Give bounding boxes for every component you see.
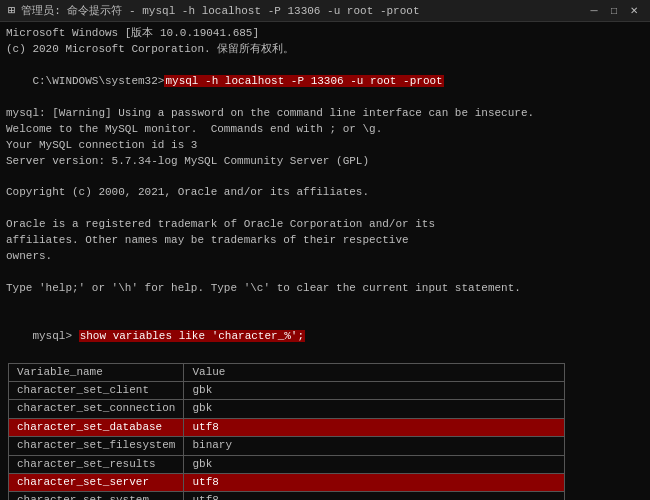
line-4: mysql: [Warning] Using a password on the… [6, 106, 644, 122]
row-value: gbk [184, 382, 564, 400]
row-value: gbk [184, 400, 564, 418]
table-row: character_set_filesystembinary [9, 437, 565, 455]
minimize-button[interactable]: ─ [586, 3, 602, 19]
title-bar-text: 管理员: 命令提示符 - mysql -h localhost -P 13306… [21, 3, 419, 18]
query1-command: show variables like 'character_%'; [79, 330, 305, 342]
line-8 [6, 169, 644, 185]
query1-col2-header: Value [184, 363, 564, 381]
row-value: binary [184, 437, 564, 455]
title-bar-controls: ─ □ ✕ [586, 3, 642, 19]
terminal-icon: ⊞ [8, 3, 15, 18]
query1-col1-header: Variable_name [9, 363, 184, 381]
query1-header-row: Variable_name Value [9, 363, 565, 381]
row-value: utf8 [184, 492, 564, 500]
table-row: character_set_systemutf8 [9, 492, 565, 500]
row-varname: character_set_client [9, 382, 184, 400]
query1-prompt-line: mysql> show variables like 'character_%'… [6, 313, 644, 361]
table-row: character_set_databaseutf8 [9, 418, 565, 436]
row-varname: character_set_filesystem [9, 437, 184, 455]
line-12: affiliates. Other names may be trademark… [6, 233, 644, 249]
line-7: Server version: 5.7.34-log MySQL Communi… [6, 154, 644, 170]
line-9: Copyright (c) 2000, 2021, Oracle and/or … [6, 185, 644, 201]
cmd-command: mysql -h localhost -P 13306 -u root -pro… [164, 75, 443, 87]
row-varname: character_set_system [9, 492, 184, 500]
table-row: character_set_serverutf8 [9, 474, 565, 492]
row-value: utf8 [184, 418, 564, 436]
line-15: Type 'help;' or '\h' for help. Type '\c'… [6, 281, 644, 297]
line-14 [6, 265, 644, 281]
line-16 [6, 297, 644, 313]
line-5: Welcome to the MySQL monitor. Commands e… [6, 122, 644, 138]
line-1: Microsoft Windows [版本 10.0.19041.685] [6, 26, 644, 42]
line-cmd: C:\WINDOWS\system32>mysql -h localhost -… [6, 58, 644, 106]
row-value: gbk [184, 455, 564, 473]
row-varname: character_set_database [9, 418, 184, 436]
line-11: Oracle is a registered trademark of Orac… [6, 217, 644, 233]
cmd-prompt: C:\WINDOWS\system32> [32, 75, 164, 87]
table-row: character_set_clientgbk [9, 382, 565, 400]
line-10 [6, 201, 644, 217]
row-varname: character_set_server [9, 474, 184, 492]
line-2: (c) 2020 Microsoft Corporation. 保留所有权利。 [6, 42, 644, 58]
title-bar-left: ⊞ 管理员: 命令提示符 - mysql -h localhost -P 133… [8, 3, 420, 18]
query1-table: Variable_name Value character_set_client… [8, 363, 565, 500]
line-6: Your MySQL connection id is 3 [6, 138, 644, 154]
mysql-prompt-1: mysql> [32, 330, 78, 342]
row-varname: character_set_connection [9, 400, 184, 418]
row-value: utf8 [184, 474, 564, 492]
terminal[interactable]: Microsoft Windows [版本 10.0.19041.685] (c… [0, 22, 650, 500]
maximize-button[interactable]: □ [606, 3, 622, 19]
close-button[interactable]: ✕ [626, 3, 642, 19]
table-row: character_set_connectiongbk [9, 400, 565, 418]
line-13: owners. [6, 249, 644, 265]
title-bar: ⊞ 管理员: 命令提示符 - mysql -h localhost -P 133… [0, 0, 650, 22]
row-varname: character_set_results [9, 455, 184, 473]
table-row: character_set_resultsgbk [9, 455, 565, 473]
